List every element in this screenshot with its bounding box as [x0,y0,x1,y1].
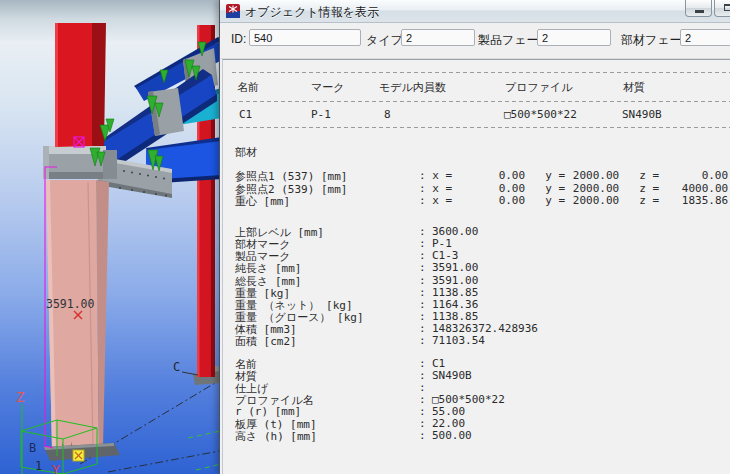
table-header-row: 名前 マーク モデル内員数 プロファイル 材質 [223,80,730,92]
maximize-icon [724,4,730,11]
cog-row: 重心 [mm]: x =0.00y =2000.00z =1835.86 [235,194,728,206]
detail-row: r (r) [mm]:55.00 [235,405,465,417]
prop-value: 148326372.428936 [432,322,538,334]
prop-value: 1164.36 [432,298,478,310]
header-material: 材質 [623,80,645,95]
part-phase-input[interactable] [680,29,730,46]
prop-row: 面積 [cm2]:71103.54 [235,334,485,346]
prop-value: 3591.00 [432,261,478,273]
type-input[interactable] [401,29,475,46]
prop-row: 体積 [mm3]:148326372.428936 [235,322,538,334]
header-count: モデル内員数 [379,80,446,95]
z-value: 1835.86 [659,194,728,206]
prop-row: 重量 [kg]:1138.85 [235,286,478,298]
header-name: 名前 [237,80,259,95]
x-value: 0.00 [452,169,525,181]
ref-point-1-row: 参照点1 (537) [mm]: x =0.00y =2000.00z =0.0… [235,169,728,181]
grid-1-label: 1 [35,459,42,473]
detail-row: 材質:SN490B [235,369,472,381]
detail-value: 55.00 [432,405,465,417]
detail-row: 板厚 (t) [mm]:22.00 [235,417,465,429]
prop-row: 製品マーク:C1-3 [235,249,459,261]
tekla-app-icon [226,4,240,18]
cell-material: SN490B [622,108,662,121]
minimize-button[interactable] [685,0,712,17]
row-label: 参照点2 (539) [mm] [235,182,419,194]
model-viewport[interactable]: 3591.00 Z Y B 1 [0,0,222,474]
info-report[interactable]: 名前 マーク モデル内員数 プロファイル 材質 C1 P-1 8 □500*50… [222,59,730,474]
dialog-title: オブジェクト情報を表示 [245,4,379,21]
prop-value: C1-3 [432,249,459,261]
y-value: 2000.00 [565,194,619,206]
detail-row: 名前:C1 [235,357,445,369]
ref-point-2-row: 参照点2 (539) [mm]: x =0.00y =2000.00z =400… [235,182,728,194]
separator [232,127,730,128]
row-label: 重心 [mm] [235,194,419,206]
axis-y-label: Y [52,462,60,474]
prop-value: 71103.54 [432,334,485,346]
axis-z-label: Z [16,389,24,405]
prop-row: 重量 （ネット） [kg]:1164.36 [235,298,478,310]
row-label: 参照点1 (537) [mm] [235,169,419,181]
cell-profile: □500*500*22 [504,108,577,121]
detail-row: 高さ (h) [mm]:500.00 [235,429,472,441]
product-phase-input[interactable] [537,29,611,46]
part-section-title: 部材 [235,145,257,157]
dimension-text: 3591.00 [46,297,95,311]
id-field-row: ID: タイプ: 製品フェーズ: 部材フェーズ: [220,23,730,59]
detail-row: プロファイル名:□500*500*22 [235,393,505,405]
detail-value: 22.00 [432,417,465,429]
maximize-button[interactable] [714,0,730,17]
x-value: 0.00 [452,182,525,194]
red-column-left [55,23,106,147]
prop-row: 総長さ [mm]:3591.00 [235,274,478,286]
base-handle[interactable] [73,450,84,461]
separator [232,72,730,73]
prop-row: 重量 （グロース） [kg]:1138.85 [235,310,478,322]
z-value: 0.00 [659,169,728,181]
z-value: 4000.00 [659,182,728,194]
y-value: 2000.00 [565,182,619,194]
x-value: 0.00 [452,194,525,206]
prop-value: 3591.00 [432,274,478,286]
header-profile: プロファイル [505,80,573,95]
detail-value: 500.00 [432,429,472,441]
prop-row: 上部レベル [mm]:3600.00 [235,225,478,237]
grid-b-label: B [29,441,36,455]
object-info-dialog: オブジェクト情報を表示 ID: タイプ: 製品フェーズ: 部材フェーズ: 名前 … [219,0,730,474]
detail-value: SN490B [432,369,472,381]
detail-row: 仕上げ: [235,381,432,393]
table-data-row: C1 P-1 8 □500*500*22 SN490B [223,108,730,120]
id-label: ID: [231,32,246,46]
cell-mark: P-1 [311,108,331,121]
header-mark: マーク [311,80,345,95]
grid-c-label: C [173,360,180,374]
detail-value: □500*500*22 [432,393,505,405]
column-head-connection [43,146,117,179]
id-input[interactable] [249,29,361,46]
prop-row: 純長さ [mm]:3591.00 [235,261,478,273]
y-value: 2000.00 [565,169,619,181]
prop-value: 1138.85 [432,286,478,298]
model-scene: 3591.00 Z Y B 1 [0,0,222,474]
cell-name: C1 [239,108,252,121]
detail-value: C1 [432,357,445,369]
prop-value: 1138.85 [432,310,478,322]
dialog-titlebar[interactable]: オブジェクト情報を表示 [220,0,730,23]
prop-row: 部材マーク:P-1 [235,237,452,249]
minimize-icon [695,10,704,13]
cell-count: 8 [384,108,391,121]
prop-value: 3600.00 [432,225,478,237]
separator [232,101,730,102]
prop-value: P-1 [432,237,452,249]
